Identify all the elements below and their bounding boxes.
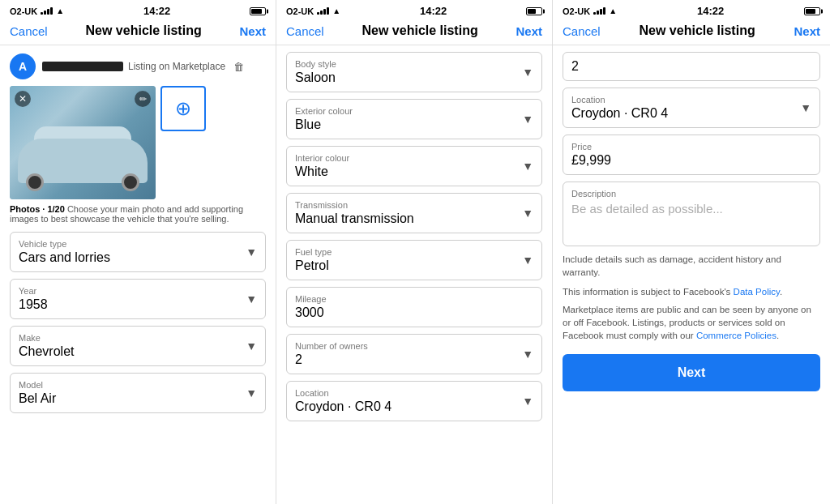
- battery-1: [250, 7, 266, 15]
- carrier-1: O2-UK: [10, 6, 37, 16]
- bar3: [47, 9, 49, 15]
- wifi-icon-1: ▲: [56, 6, 64, 15]
- panel-3-content: 2 Location Croydon · CR0 4 ▼ Price £9,99…: [553, 45, 830, 504]
- user-row: A Listing on Marketplace 🗑: [10, 53, 266, 79]
- location-inner-2: Location Croydon · CR0 4: [295, 388, 522, 414]
- make-value: Chevrolet: [19, 344, 246, 359]
- interior-colour-value: White: [295, 164, 522, 179]
- year-chevron: ▼: [246, 293, 257, 305]
- trash-icon[interactable]: 🗑: [233, 61, 244, 73]
- location-field-2[interactable]: Location Croydon · CR0 4 ▼: [286, 381, 542, 421]
- exterior-colour-label: Exterior colour: [295, 106, 522, 116]
- cancel-button-3[interactable]: Cancel: [563, 24, 601, 38]
- remove-photo-button[interactable]: ✕: [15, 91, 31, 107]
- mileage-label: Mileage: [287, 288, 541, 304]
- transmission-chevron: ▼: [522, 207, 533, 220]
- user-name-bar: [42, 62, 123, 71]
- location-field-3[interactable]: Location Croydon · CR0 4 ▼: [563, 88, 820, 128]
- interior-colour-field[interactable]: Interior colour White ▼: [286, 146, 542, 186]
- panel-1: O2-UK ▲ 14:22 Cancel New vehicle listing…: [0, 0, 276, 504]
- commerce-policies-link[interactable]: Commerce Policies: [696, 331, 777, 340]
- fuel-type-field[interactable]: Fuel type Petrol ▼: [286, 240, 542, 280]
- body-style-label: Body style: [295, 59, 522, 69]
- exterior-colour-chevron: ▼: [522, 113, 533, 126]
- location-chevron-2: ▼: [522, 395, 533, 408]
- body-style-value: Saloon: [295, 70, 522, 85]
- edit-photo-button[interactable]: ✏: [135, 91, 151, 107]
- panel-2-content: Body style Saloon ▼ Exterior colour Blue…: [276, 45, 552, 504]
- owners-field[interactable]: Number of owners 2 ▼: [286, 334, 542, 374]
- location-chevron-3: ▼: [800, 101, 811, 114]
- signal-bars-3: [593, 7, 605, 15]
- bar2-2: [320, 11, 323, 15]
- next-button-main[interactable]: Next: [563, 354, 820, 391]
- add-photo-button[interactable]: ⊕: [160, 86, 206, 131]
- time-2: 14:22: [420, 5, 447, 17]
- year-inner: Year 1958: [19, 286, 246, 312]
- battery-3: [804, 7, 820, 15]
- year-field[interactable]: Year 1958 ▼: [10, 279, 266, 319]
- top-number: 2: [563, 52, 820, 81]
- location-inner-3: Location Croydon · CR0 4: [571, 95, 800, 121]
- panel-2: O2-UK ▲ 14:22 Cancel New vehicle listing…: [276, 0, 553, 504]
- nav-bar-3: Cancel New vehicle listing Next: [553, 20, 830, 45]
- model-field[interactable]: Model Bel Air ▼: [10, 373, 266, 413]
- photo-caption: Photos · 1/20 Choose your main photo and…: [10, 204, 266, 224]
- vehicle-type-field[interactable]: Vehicle type Cars and lorries ▼: [10, 232, 266, 272]
- nav-bar-1: Cancel New vehicle listing Next: [0, 20, 276, 45]
- bar1: [41, 12, 43, 15]
- vehicle-type-value: Cars and lorries: [19, 250, 246, 265]
- next-button-2[interactable]: Next: [516, 24, 542, 38]
- panel-1-content: A Listing on Marketplace 🗑 ✕: [0, 45, 276, 504]
- policy-text-1a: This information is subject to Facebook'…: [563, 287, 730, 297]
- fuel-type-inner: Fuel type Petrol: [295, 247, 522, 273]
- field-group-1: Vehicle type Cars and lorries ▼ Year 195…: [0, 232, 276, 425]
- main-photo[interactable]: ✕ ✏: [10, 86, 156, 199]
- cancel-button-2[interactable]: Cancel: [286, 24, 324, 38]
- make-inner: Make Chevrolet: [19, 333, 246, 359]
- model-chevron: ▼: [246, 387, 257, 399]
- price-field[interactable]: Price £9,999: [563, 135, 820, 175]
- fuel-type-label: Fuel type: [295, 247, 522, 257]
- bar2-3: [597, 11, 599, 15]
- owners-value: 2: [295, 352, 522, 367]
- time-3: 14:22: [697, 5, 724, 17]
- time-1: 14:22: [143, 5, 170, 17]
- model-inner: Model Bel Air: [19, 380, 246, 406]
- interior-colour-inner: Interior colour White: [295, 153, 522, 179]
- year-value: 1958: [19, 297, 246, 312]
- next-button-3[interactable]: Next: [794, 24, 820, 38]
- car-wheel-left: [26, 173, 44, 191]
- data-policy-link[interactable]: Data Policy: [734, 287, 780, 297]
- exterior-colour-inner: Exterior colour Blue: [295, 106, 522, 132]
- battery-2: [526, 7, 542, 15]
- owners-label: Number of owners: [295, 341, 522, 351]
- user-info: Listing on Marketplace 🗑: [42, 61, 244, 73]
- vehicle-type-chevron: ▼: [246, 246, 257, 258]
- mileage-value: 3000: [287, 304, 541, 327]
- mileage-field[interactable]: Mileage 3000: [286, 287, 542, 327]
- photo-grid: ✕ ✏ ⊕: [10, 86, 266, 199]
- make-field[interactable]: Make Chevrolet ▼: [10, 326, 266, 366]
- body-style-field[interactable]: Body style Saloon ▼: [286, 52, 542, 92]
- interior-colour-label: Interior colour: [295, 153, 522, 163]
- exterior-colour-field[interactable]: Exterior colour Blue ▼: [286, 99, 542, 139]
- nav-title-3: New vehicle listing: [640, 23, 755, 38]
- policy-text-2: Marketplace items are public and can be …: [563, 303, 820, 342]
- transmission-label: Transmission: [295, 200, 522, 210]
- transmission-field[interactable]: Transmission Manual transmission ▼: [286, 193, 542, 233]
- next-button-1[interactable]: Next: [239, 24, 266, 38]
- owners-chevron: ▼: [522, 348, 533, 361]
- make-chevron: ▼: [246, 340, 257, 352]
- nav-title-1: New vehicle listing: [86, 23, 202, 38]
- bar2: [44, 11, 46, 15]
- status-left-3: O2-UK ▲: [563, 6, 617, 16]
- policy-text-1: This information is subject to Facebook'…: [563, 285, 820, 298]
- description-field[interactable]: Description Be as detailed as possible..…: [563, 182, 820, 246]
- bar1-3: [593, 12, 596, 15]
- status-left-2: O2-UK ▲: [286, 6, 340, 16]
- owners-inner: Number of owners 2: [295, 341, 522, 367]
- cancel-button-1[interactable]: Cancel: [10, 24, 48, 38]
- bar4-3: [603, 7, 605, 15]
- transmission-value: Manual transmission: [295, 211, 522, 226]
